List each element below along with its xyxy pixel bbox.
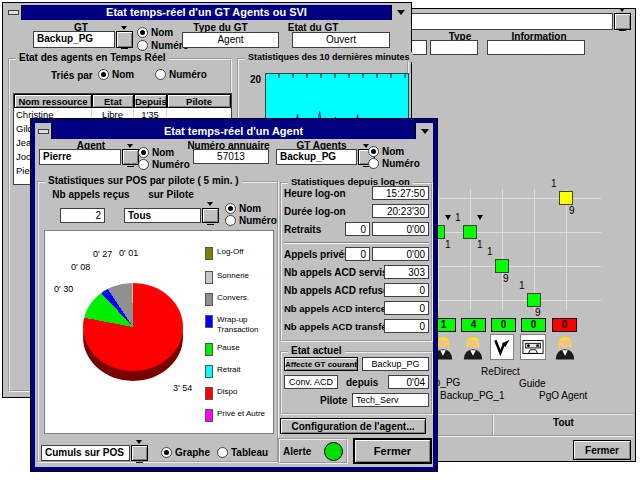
agent-combobox[interactable]: Pierre bbox=[39, 149, 139, 165]
affecte-gt-button[interactable]: Affecté GT courant bbox=[284, 357, 358, 371]
heure-value: 15:27:50 bbox=[372, 186, 429, 200]
grid-hline bbox=[421, 300, 601, 301]
node-label-top: 1 bbox=[519, 280, 525, 291]
retraits-time: 0'00 bbox=[372, 222, 429, 236]
legend-swatch bbox=[205, 271, 213, 284]
pilote-combobox[interactable]: Tous bbox=[124, 208, 219, 223]
servis-label: Nb appels ACD servis bbox=[284, 267, 388, 278]
status-count-box: 0 bbox=[491, 318, 516, 332]
guide-cassette-icon[interactable] bbox=[520, 334, 546, 360]
dropdown-button[interactable] bbox=[116, 31, 133, 48]
gt-combobox[interactable]: Backup_PG bbox=[33, 31, 133, 48]
pilote-combobox-value[interactable]: Tous bbox=[124, 208, 201, 223]
table-header[interactable]: Pilote bbox=[167, 94, 231, 108]
table-header[interactable]: Depuis bbox=[134, 94, 167, 108]
legend-label: Wrap-up Transaction bbox=[217, 315, 269, 335]
monitor-fermer-button[interactable]: Fermer bbox=[573, 440, 631, 460]
agent-radio-numero[interactable]: Numéro bbox=[138, 159, 190, 170]
legend-item: Dispo bbox=[205, 387, 269, 400]
agent-radio-nom[interactable]: Nom bbox=[138, 147, 174, 158]
prives-label: Appels privés bbox=[284, 249, 350, 260]
monitor-field-information[interactable] bbox=[487, 40, 585, 55]
agent-icon[interactable] bbox=[552, 333, 578, 361]
minimize-button[interactable] bbox=[415, 123, 433, 139]
redirect-icon[interactable] bbox=[490, 334, 514, 360]
separator bbox=[284, 242, 429, 244]
gt-combobox-value[interactable]: Backup_PG bbox=[33, 31, 115, 48]
dropdown-button[interactable] bbox=[202, 208, 219, 223]
titlebar-gt[interactable]: Etat temps-réel d'un GT Agents ou SVI bbox=[5, 5, 409, 20]
pie-legend: Log-OffSonnerieConvers.Wrap-up Transacti… bbox=[205, 231, 273, 433]
sort-radio-nom[interactable]: Nom bbox=[98, 69, 134, 80]
dropdown-button[interactable] bbox=[131, 445, 148, 461]
window-title: Etat temps-réel d'un GT Agents ou SVI bbox=[22, 5, 391, 20]
graphe-radio[interactable]: Graphe bbox=[161, 447, 210, 458]
legend-label: Privé et Autre bbox=[217, 409, 269, 419]
etat-gt-value: Ouvert bbox=[292, 32, 390, 48]
agent-combobox-value[interactable]: Pierre bbox=[39, 149, 121, 165]
gt-agents-combobox[interactable]: Backup_PG bbox=[276, 149, 375, 165]
dropdown-button[interactable] bbox=[614, 13, 631, 30]
transferes-value: 0 bbox=[384, 319, 429, 333]
node-label-bottom: 1 bbox=[477, 239, 483, 250]
dropdown-arrow-icon bbox=[619, 12, 626, 31]
interceptes-value: 0 bbox=[384, 301, 429, 315]
gt-agents-radio-nom[interactable]: Nom bbox=[368, 146, 404, 157]
pie-label: 0' 01 bbox=[119, 248, 138, 258]
agent-fermer-button[interactable]: Fermer bbox=[353, 438, 432, 464]
grid-hline bbox=[421, 232, 601, 233]
dropdown-button[interactable] bbox=[122, 149, 139, 165]
pie-chart-panel: 0' 27 0' 01 0' 08 0' 30 3' 54 Log-OffSon… bbox=[44, 230, 274, 434]
logon-group: Statistiques depuis log-on Heure log-on … bbox=[280, 182, 433, 342]
legend-item: Sonnerie bbox=[205, 271, 269, 284]
grid-vline bbox=[502, 189, 503, 311]
status-count-box: 4 bbox=[461, 318, 486, 332]
type-gt-value: Agent bbox=[182, 32, 279, 48]
control-menu-icon[interactable] bbox=[5, 5, 22, 20]
legend-label: Log-Off bbox=[217, 247, 269, 257]
gt-agents-radio-numero[interactable]: Numéro bbox=[368, 158, 420, 169]
control-menu-icon[interactable] bbox=[35, 123, 52, 139]
legend-label: Retrait bbox=[217, 365, 269, 375]
etat-actuel-title: Etat actuel bbox=[288, 345, 345, 356]
titlebar-agent[interactable]: Etat temps-réel d'un Agent bbox=[35, 123, 433, 139]
configuration-button[interactable]: Configuration de l'agent... bbox=[280, 418, 426, 434]
alert-indicator bbox=[324, 442, 343, 461]
legend-item: Wrap-up Transaction bbox=[205, 315, 269, 335]
pie-chart bbox=[83, 283, 183, 371]
servis-value: 303 bbox=[384, 265, 429, 279]
tableau-radio[interactable]: Tableau bbox=[217, 447, 268, 458]
recus-value[interactable]: 2 bbox=[60, 208, 105, 223]
label-pgo-agent: PgO Agent bbox=[539, 390, 587, 401]
sort-label: Triés par bbox=[51, 70, 93, 81]
retraits-label: Retraits bbox=[284, 224, 321, 235]
grid-vline bbox=[438, 189, 439, 311]
depuis-label: depuis bbox=[346, 377, 378, 388]
window-agent: Etat temps-réel d'un Agent Agent Pierre … bbox=[30, 118, 438, 472]
sort-radio-numero[interactable]: Numéro bbox=[155, 69, 207, 80]
desktop: Type Information 1 9 1 1 1 1 1 9 1 9 1 bbox=[0, 0, 640, 480]
node-label-bottom: 9 bbox=[535, 307, 541, 318]
legend-label: Dispo bbox=[217, 387, 269, 397]
pilote-radio-nom[interactable]: Nom bbox=[225, 203, 261, 214]
legend-swatch bbox=[205, 387, 213, 400]
annuaire-value[interactable]: 57013 bbox=[193, 149, 269, 164]
cumuls-combobox-value[interactable]: Cumuls sur POS bbox=[41, 445, 130, 461]
pilote-radio-numero[interactable]: Numéro bbox=[225, 215, 277, 226]
gt-agents-combobox-value[interactable]: Backup_PG bbox=[276, 149, 357, 165]
agent-icon[interactable] bbox=[460, 333, 486, 361]
legend-item: Log-Off bbox=[205, 247, 269, 260]
table-header[interactable]: Nom ressource bbox=[14, 94, 92, 108]
minimize-button[interactable] bbox=[391, 5, 409, 20]
label-guide: Guide bbox=[519, 378, 546, 389]
tab-tout[interactable]: Tout bbox=[494, 417, 633, 428]
stats-10min-title: Statistiques des 10 dernières minutes bbox=[245, 52, 413, 62]
down-arrow-icon bbox=[397, 10, 405, 15]
dropdown-arrow-icon bbox=[136, 444, 143, 463]
table-header[interactable]: Etat bbox=[92, 94, 134, 108]
alerte-group: Alerte bbox=[278, 438, 348, 464]
recus-label: Nb appels reçus bbox=[43, 189, 139, 200]
cumuls-combobox[interactable]: Cumuls sur POS bbox=[41, 445, 148, 461]
node-label-top: 1 bbox=[487, 246, 493, 257]
monitor-field-type[interactable] bbox=[430, 40, 478, 55]
